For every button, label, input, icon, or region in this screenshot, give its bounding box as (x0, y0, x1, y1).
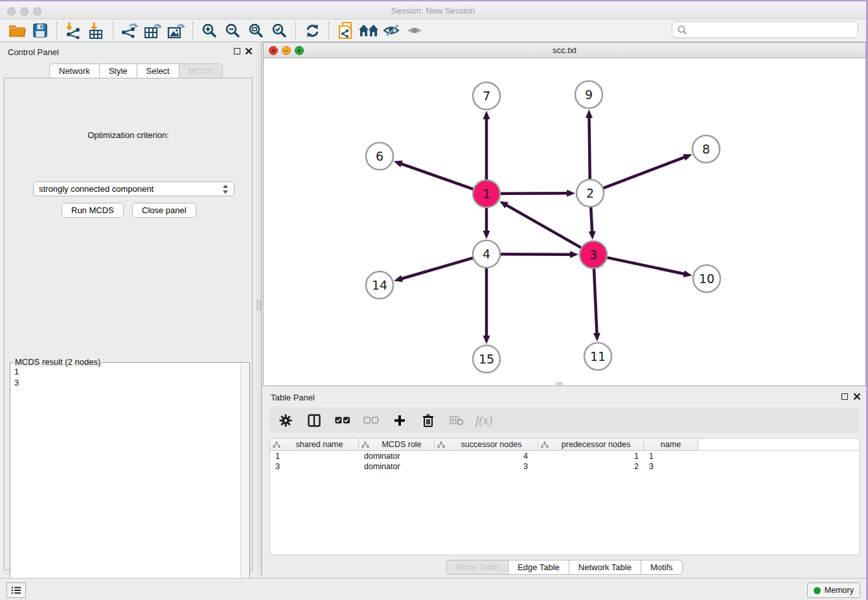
graph-edge[interactable] (500, 254, 571, 255)
graph-edge[interactable] (603, 157, 686, 188)
search-field[interactable] (672, 21, 858, 38)
cell-name: 1 (644, 452, 698, 461)
horizontal-splitter-grip[interactable] (556, 382, 562, 386)
delete-column-button[interactable] (418, 411, 438, 430)
eye-slash-icon (383, 23, 401, 38)
zoom-in-button[interactable] (198, 21, 221, 40)
import-network-button[interactable] (62, 21, 85, 40)
import-table-icon (88, 22, 105, 39)
memory-button[interactable]: Memory (807, 583, 860, 598)
tab-network-table[interactable]: Network Table (569, 560, 641, 575)
plus-icon (394, 415, 405, 426)
network-canvas[interactable]: 7968124314101511 (264, 58, 865, 386)
column-header-name[interactable]: name (644, 439, 698, 450)
graph-edge[interactable] (591, 207, 592, 233)
duplicate-network-button[interactable] (334, 21, 357, 40)
cell-name: 3 (644, 462, 698, 471)
node-label: 2 (586, 186, 594, 200)
tree-icon (541, 441, 549, 448)
unchecked-boxes-icon (363, 417, 379, 424)
table-row[interactable]: 1 dominator 4 1 1 (270, 451, 859, 461)
cell-shared-name: 1 (270, 452, 359, 461)
node-label: 14 (372, 278, 387, 292)
column-header-predecessor-nodes[interactable]: predecessor nodes (538, 439, 644, 450)
list-icon (11, 586, 21, 595)
tab-select[interactable]: Select (137, 63, 179, 78)
zoom-selected-button[interactable] (268, 21, 291, 40)
eye-icon (406, 23, 424, 38)
graph-edge[interactable] (400, 163, 474, 189)
task-history-button[interactable] (6, 583, 26, 598)
edge-arrowhead (593, 333, 600, 341)
open-session-button[interactable] (5, 21, 29, 40)
graph-edge[interactable] (607, 257, 685, 274)
show-columns-button[interactable] (304, 411, 324, 430)
graph-edge[interactable] (506, 205, 582, 248)
import-table-button[interactable] (85, 21, 108, 40)
edge-arrowhead (586, 110, 593, 118)
table-settings-button[interactable] (276, 411, 295, 430)
control-panel-header: Control Panel (0, 42, 257, 62)
panel-splitter[interactable] (257, 42, 263, 576)
mcds-result-text[interactable]: 1 3 (14, 366, 19, 388)
graph-edge[interactable] (589, 117, 589, 179)
zoom-out-button[interactable] (221, 21, 244, 40)
tab-node-table[interactable]: Node Table (446, 560, 508, 575)
edge-arrowhead (683, 154, 692, 161)
table-header-row: shared name MCDS role successor nodes pr… (270, 439, 859, 451)
zoom-fit-button[interactable] (244, 21, 268, 40)
column-header-successor-nodes[interactable]: successor nodes (435, 439, 538, 450)
column-header-mcds-role[interactable]: MCDS role (359, 439, 435, 450)
run-mcds-button[interactable]: Run MCDS (62, 203, 124, 218)
tab-style[interactable]: Style (100, 63, 137, 78)
graph-edge[interactable] (401, 258, 474, 279)
result-scrollbar[interactable] (240, 363, 249, 600)
close-panel-icon[interactable] (245, 47, 253, 55)
show-all-button[interactable] (404, 21, 427, 40)
search-icon (678, 25, 687, 35)
zoom-fit-icon (249, 23, 264, 38)
node-label: 3 (589, 248, 597, 262)
memory-label: Memory (825, 586, 854, 595)
save-session-button[interactable] (29, 21, 52, 40)
edge-arrowhead (483, 111, 490, 119)
network-window-titlebar: ✕ − + scc.txt (264, 43, 865, 58)
float-panel-icon[interactable] (234, 48, 240, 54)
tree-icon (361, 441, 369, 448)
criterion-select[interactable]: strongly connected component (33, 181, 234, 196)
close-panel-button[interactable]: Close panel (132, 203, 196, 218)
create-column-button[interactable] (390, 411, 409, 430)
tab-network[interactable]: Network (49, 63, 100, 78)
column-header-shared-name[interactable]: shared name (270, 439, 359, 450)
table-row[interactable]: 3 dominator 3 2 3 (270, 461, 859, 472)
table-panel-title: Table Panel (271, 393, 315, 402)
delete-table-button[interactable] (447, 411, 466, 430)
close-panel-icon[interactable] (853, 393, 861, 400)
graph-edge[interactable] (500, 193, 568, 194)
first-neighbors-button[interactable] (357, 21, 380, 40)
export-table-button[interactable] (141, 21, 165, 40)
toolbar-separator (328, 21, 329, 40)
cell-mcds-role: dominator (359, 452, 435, 461)
apply-layout-button[interactable] (301, 21, 324, 40)
tab-motifs[interactable]: Motifs (641, 560, 683, 575)
export-image-button[interactable] (165, 21, 188, 40)
main-toolbar (0, 19, 866, 42)
float-panel-icon[interactable] (841, 393, 848, 400)
graph-edge[interactable] (594, 268, 597, 334)
columns-icon (308, 414, 321, 427)
tab-mcds[interactable]: MCDS (179, 63, 223, 78)
hide-selected-button[interactable] (380, 21, 404, 40)
tab-edge-table[interactable]: Edge Table (508, 560, 569, 575)
function-builder-button[interactable]: f(x) (475, 413, 492, 428)
deselect-all-rows-button[interactable] (361, 411, 381, 430)
network-graph[interactable]: 7968124314101511 (264, 58, 865, 386)
criterion-selected-value: strongly connected component (39, 184, 222, 194)
select-all-rows-button[interactable] (333, 411, 352, 430)
cell-shared-name: 3 (270, 462, 359, 471)
splitter-grip[interactable] (257, 300, 261, 310)
export-network-button[interactable] (118, 21, 141, 40)
status-bar: Memory (0, 578, 866, 600)
memory-status-dot (814, 587, 821, 594)
search-input[interactable] (687, 25, 852, 36)
